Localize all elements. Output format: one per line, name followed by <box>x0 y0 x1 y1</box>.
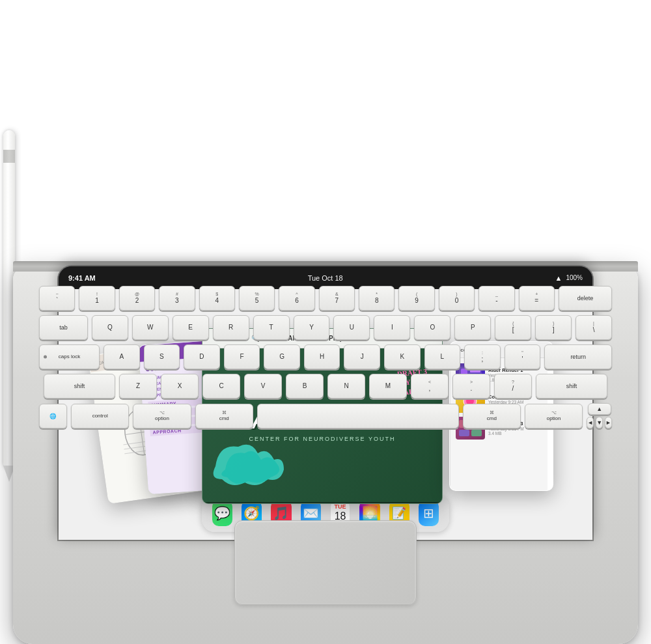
key-5[interactable]: %5 <box>239 286 275 311</box>
key-r[interactable]: R <box>213 315 249 340</box>
key-arrow-right[interactable]: ► <box>605 417 612 428</box>
key-l[interactable]: L <box>424 344 461 369</box>
status-time: 9:41 AM <box>68 274 96 282</box>
keyboard-keys-area: ~` !1 @2 #3 $4 %5 ^6 &7 *8 (9 )0 _- += d… <box>39 286 612 514</box>
key-p[interactable]: P <box>454 315 491 340</box>
key-comma[interactable]: <, <box>411 374 449 399</box>
key-option-right[interactable]: ⌥option <box>525 404 583 428</box>
key-spacebar[interactable] <box>257 404 459 428</box>
key-b[interactable]: B <box>286 374 324 399</box>
key-globe[interactable]: 🌐 <box>39 404 67 428</box>
key-o[interactable]: O <box>414 315 450 340</box>
scene: 9:41 AM Tue Oct 18 ▲ 100% R <box>0 0 651 644</box>
key-shift-right[interactable]: shift <box>536 374 607 399</box>
key-v[interactable]: V <box>244 374 282 399</box>
key-g[interactable]: G <box>264 344 300 369</box>
key-z[interactable]: Z <box>119 374 157 399</box>
key-x[interactable]: X <box>161 374 199 399</box>
key-equals[interactable]: += <box>519 286 555 311</box>
key-backslash[interactable]: |\ <box>575 315 612 340</box>
key-arrow-down[interactable]: ▼ <box>596 417 603 428</box>
key-return[interactable]: return <box>544 344 612 369</box>
key-f[interactable]: F <box>224 344 260 369</box>
trackpad[interactable] <box>234 520 417 605</box>
key-j[interactable]: J <box>344 344 380 369</box>
key-bracket-right[interactable]: }] <box>535 315 572 340</box>
pencil-band <box>3 150 15 163</box>
key-9[interactable]: (9 <box>398 286 434 311</box>
key-6[interactable]: ^6 <box>279 286 314 311</box>
key-row-bottom: 🌐 control ⌥option ⌘cmd ⌘cmd ⌥option ▲ ◄ … <box>39 403 612 428</box>
key-row-qwerty: tab Q W E R T Y U I O P {[ }] |\ <box>39 315 612 340</box>
key-i[interactable]: I <box>374 315 410 340</box>
key-t[interactable]: T <box>253 315 290 340</box>
key-cmd-left[interactable]: ⌘cmd <box>195 404 253 428</box>
key-s[interactable]: S <box>144 344 180 369</box>
key-tab[interactable]: tab <box>39 315 88 340</box>
key-d[interactable]: D <box>184 344 220 369</box>
key-minus[interactable]: _- <box>478 286 514 311</box>
caps-lock-led <box>44 356 47 359</box>
key-u[interactable]: U <box>333 315 370 340</box>
battery-indicator: 100% <box>566 274 583 281</box>
key-0[interactable]: )0 <box>439 286 475 311</box>
status-bar: 9:41 AM Tue Oct 18 ▲ 100% <box>68 274 583 282</box>
key-7[interactable]: &7 <box>319 286 355 311</box>
key-m[interactable]: M <box>369 374 407 399</box>
wifi-icon: ▲ <box>555 274 562 282</box>
key-4[interactable]: $4 <box>199 286 235 311</box>
key-2[interactable]: @2 <box>119 286 155 311</box>
key-capslock[interactable]: caps lock <box>39 344 100 369</box>
key-semicolon[interactable]: :; <box>464 344 501 369</box>
key-quote[interactable]: "' <box>505 344 541 369</box>
key-w[interactable]: W <box>132 315 169 340</box>
key-3[interactable]: #3 <box>159 286 195 311</box>
key-delete[interactable]: delete <box>559 286 612 311</box>
arrow-keys-cluster: ▲ ◄ ▼ ► <box>587 403 612 428</box>
key-arrow-up[interactable]: ▲ <box>588 403 611 415</box>
key-row-asdf: caps lock A S D F G H J K L :; "' return <box>39 344 612 369</box>
key-e[interactable]: E <box>173 315 209 340</box>
key-1[interactable]: !1 <box>79 286 115 311</box>
key-row-numbers: ~` !1 @2 #3 $4 %5 ^6 &7 *8 (9 )0 _- += d… <box>39 286 612 311</box>
status-date: Tue Oct 18 <box>308 274 343 282</box>
key-q[interactable]: Q <box>92 315 128 340</box>
key-slash[interactable]: ?/ <box>494 374 532 399</box>
key-y[interactable]: Y <box>294 315 330 340</box>
key-period[interactable]: >. <box>452 374 490 399</box>
key-backtick[interactable]: ~` <box>39 286 75 311</box>
key-a[interactable]: A <box>104 344 140 369</box>
key-n[interactable]: N <box>327 374 365 399</box>
arrow-up-row: ▲ <box>587 403 612 415</box>
key-8[interactable]: *8 <box>359 286 395 311</box>
key-cmd-right[interactable]: ⌘cmd <box>463 404 521 428</box>
key-control[interactable]: control <box>71 404 129 428</box>
key-c[interactable]: C <box>202 374 240 399</box>
keyboard-base: 9:41 AM Tue Oct 18 ▲ 100% R <box>13 266 638 644</box>
key-h[interactable]: H <box>304 344 340 369</box>
key-shift-left[interactable]: shift <box>44 374 115 399</box>
key-bracket-left[interactable]: {[ <box>495 315 531 340</box>
key-arrow-left[interactable]: ◄ <box>587 417 594 428</box>
key-option-left[interactable]: ⌥option <box>133 404 191 428</box>
arrow-lr-row: ◄ ▼ ► <box>587 417 612 428</box>
key-k[interactable]: K <box>384 344 421 369</box>
status-indicators: ▲ 100% <box>555 274 583 282</box>
key-row-zxcv: shift Z X C V B N M <, >. ?/ shift <box>39 374 612 399</box>
